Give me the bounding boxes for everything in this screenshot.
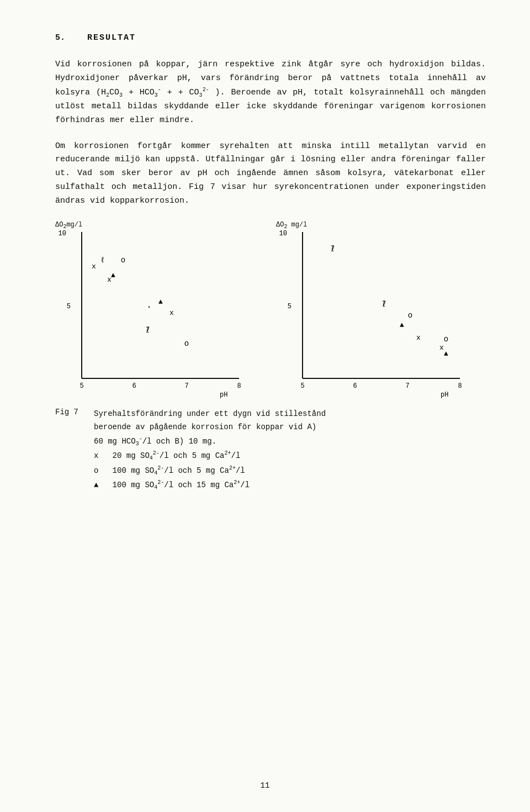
fig-label: Fig 7 — [55, 408, 94, 492]
point-a6: ▲ — [158, 298, 163, 306]
point-b2: ℓ̃ — [382, 300, 386, 309]
charts-row: ΔO2mg/l 10 5 5 6 7 8 — [55, 220, 486, 402]
point-a7: · — [146, 302, 152, 312]
svg-text:5: 5 — [300, 382, 304, 390]
chart-area-a: 10 5 5 6 7 8 pH ℓ x — [82, 232, 239, 378]
page-number: 11 — [261, 781, 270, 790]
fig-caption-text: Syrehaltsförändring under ett dygn vid s… — [94, 408, 483, 492]
figure-caption: Fig 7 Syrehaltsförändring under ett dygn… — [55, 408, 486, 492]
point-a2: x — [92, 262, 96, 271]
point-a5: x — [107, 276, 112, 284]
point-b8: ▲ — [444, 350, 448, 358]
y-axis-label-b: ΔO2 mg/l — [276, 221, 307, 230]
point-a9: ℓ̃ — [146, 326, 150, 335]
chart-area-b: 10 5 5 6 7 8 pH ℓ̃ ℓ̃ — [303, 232, 460, 378]
svg-text:7: 7 — [405, 382, 409, 390]
paragraph-1: Vid korrosionen på koppar, järn respekti… — [55, 58, 486, 128]
point-b1: ℓ̃ — [331, 245, 335, 254]
page: 5. RESULTAT Vid korrosionen på koppar, j… — [0, 0, 530, 812]
point-a8: x — [169, 309, 174, 317]
svg-text:10: 10 — [279, 230, 287, 238]
svg-text:5: 5 — [80, 382, 83, 390]
point-b3: o — [408, 311, 412, 320]
point-a10: o — [184, 339, 189, 348]
svg-text:8: 8 — [458, 382, 462, 390]
y-axis-label-a: ΔO2mg/l — [55, 221, 82, 230]
svg-text:5: 5 — [67, 303, 71, 310]
point-a4: ▲ — [111, 271, 115, 280]
point-a1: ℓ — [100, 256, 105, 265]
svg-text:8: 8 — [237, 382, 241, 390]
svg-text:5: 5 — [288, 303, 292, 310]
chart-b: ΔO2 mg/l 10 5 5 6 7 8 — [276, 220, 486, 402]
point-b4: ▲ — [400, 321, 404, 329]
point-b6: o — [444, 335, 448, 344]
point-b5: x — [416, 334, 421, 342]
svg-text:pH: pH — [220, 391, 227, 399]
chart-a: ΔO2mg/l 10 5 5 6 7 8 — [55, 220, 265, 402]
section-header: 5. RESULTAT — [55, 33, 486, 43]
point-b7: x — [439, 344, 444, 352]
svg-text:7: 7 — [184, 382, 188, 390]
svg-text:6: 6 — [132, 382, 136, 390]
section-title: RESULTAT — [87, 33, 136, 43]
paragraph-2: Om korrosionen fortgår kommer syrehalten… — [55, 140, 486, 208]
section-number: 5. — [55, 33, 65, 43]
point-a3: o — [121, 256, 125, 265]
svg-text:10: 10 — [59, 230, 66, 238]
svg-text:6: 6 — [353, 382, 357, 390]
svg-text:pH: pH — [441, 391, 448, 399]
